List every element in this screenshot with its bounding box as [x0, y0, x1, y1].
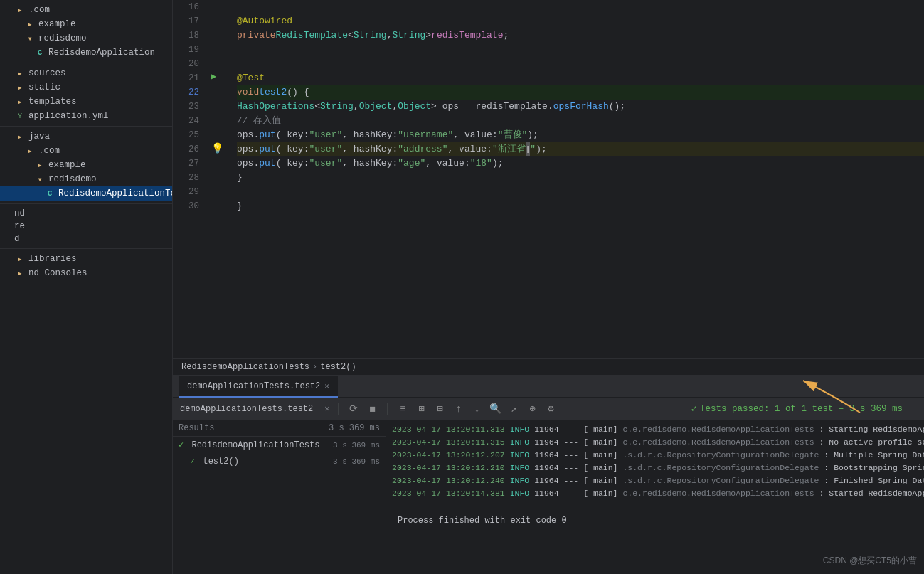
folder-icon: ▸ — [14, 68, 26, 79]
code-line-17: @Autowired — [237, 14, 924, 28]
code-line-26: ops. put ( key: "user" , hashKey: "addre… — [237, 142, 924, 156]
divider3 — [0, 203, 172, 204]
sidebar-item-com[interactable]: ▸ .com — [0, 3, 172, 17]
divider4 — [0, 248, 172, 249]
scroll-up-button[interactable]: ↑ — [452, 403, 464, 415]
test-results-header: Results 3 s 369 ms — [173, 420, 386, 437]
divider2 — [0, 126, 172, 127]
process-finished: Process finished with exit code 0 — [392, 500, 918, 530]
log-line-3: 2023-04-17 13:20:12.207 INFO 11964 --- [… — [392, 449, 918, 462]
sidebar-item-redisdemo-app[interactable]: C RedisdemoApplication — [0, 46, 172, 60]
code-line-30: } — [237, 199, 924, 213]
sort-button[interactable]: ≡ — [396, 403, 409, 415]
bottom-tab-label[interactable]: demoApplicationTests.test2 — [180, 404, 313, 414]
sidebar: ▸ .com ▸ example ▾ redisdemo C Redisdemo… — [0, 0, 173, 574]
watermark: CSDN @想买CT5的小曹 — [823, 555, 917, 567]
sidebar-item-redisdemo-app-tests[interactable]: C RedisdemoApplicationTests — [0, 186, 172, 201]
sidebar-item-nd[interactable]: nd — [0, 207, 172, 220]
log-line-6: 2023-04-17 13:20:14.381 INFO 11964 --- [… — [392, 487, 918, 500]
editor-content: 16 17 18 19 20 21 22 23 24 25 26 27 28 2… — [173, 0, 924, 375]
folder-icon: ▸ — [14, 96, 26, 107]
folder-icon: ▸ — [14, 253, 26, 265]
test-results-panel: Results 3 s 369 ms ✓ RedisdemoApplicatio… — [173, 420, 386, 574]
collapse-button[interactable]: ⊟ — [433, 403, 446, 415]
java-file-icon: C — [34, 47, 46, 58]
folder-open-icon: ▾ — [34, 174, 46, 185]
sidebar-item-re[interactable]: re — [0, 220, 172, 233]
yaml-file-icon: Y — [14, 110, 26, 122]
code-line-22: void test2 () { — [237, 85, 924, 100]
log-line-2: 2023-04-17 13:20:11.315 INFO 11964 --- [… — [392, 436, 918, 449]
sidebar-item-application-yml[interactable]: Y application.yml — [0, 109, 172, 123]
folder-icon: ▸ — [34, 159, 46, 171]
bottom-tab-test2[interactable]: demoApplicationTests.test2 ✕ — [179, 376, 338, 398]
test-result-redisdemo[interactable]: ✓ RedisdemoApplicationTests 3 s 369 ms — [173, 437, 386, 453]
toolbar-divider2 — [387, 403, 388, 415]
folder-icon: ▸ — [14, 267, 26, 279]
sidebar-item-example[interactable]: ▸ example — [0, 17, 172, 31]
folder-open-icon: ▾ — [24, 33, 36, 44]
sidebar-item-consoles[interactable]: ▸ nd Consoles — [0, 266, 172, 280]
code-area: 16 17 18 19 20 21 22 23 24 25 26 27 28 2… — [173, 0, 924, 358]
code-line-25: ops. put ( key: "user" , hashKey: "usern… — [237, 128, 924, 142]
log-line-5: 2023-04-17 13:20:12.240 INFO 11964 --- [… — [392, 474, 918, 487]
code-line-20 — [237, 57, 924, 71]
export2-button[interactable]: ⊕ — [526, 403, 538, 415]
bottom-tab-bar: demoApplicationTests.test2 ✕ — [173, 376, 924, 398]
code-line-27: ops. put ( key: "user" , hashKey: "age" … — [237, 156, 924, 171]
folder-icon: ▸ — [24, 18, 36, 30]
gutter: ▶ 💡 — [208, 0, 225, 358]
folder-icon: ▸ — [24, 145, 36, 156]
main-area: ▸ .com ▸ example ▾ redisdemo C Redisdemo… — [0, 0, 924, 574]
code-line-23: HashOperations < String , Object , Objec… — [237, 100, 924, 114]
sidebar-item-example2[interactable]: ▸ example — [0, 158, 172, 172]
code-line-24: // 存入值 — [237, 114, 924, 128]
editor-area: 16 17 18 19 20 21 22 23 24 25 26 27 28 2… — [173, 0, 924, 574]
arrow-annotation — [817, 388, 874, 416]
search-button[interactable]: 🔍 — [489, 403, 501, 415]
folder-icon: ▸ — [14, 131, 26, 142]
code-line-29 — [237, 185, 924, 199]
sidebar-item-java[interactable]: ▸ java — [0, 129, 172, 144]
test-result-test2[interactable]: ✓ test2() 3 s 369 ms — [173, 453, 386, 469]
run-gutter-icon[interactable]: ▶ — [211, 71, 216, 82]
code-lines: @Autowired private RedisTemplate < Strin… — [225, 0, 924, 358]
log-panel: 2023-04-17 13:20:11.313 INFO 11964 --- [… — [386, 420, 924, 574]
code-line-21: @Test — [237, 71, 924, 85]
breadcrumb: RedisdemoApplicationTests › test2() — [173, 358, 924, 375]
sidebar-item-d[interactable]: d — [0, 233, 172, 245]
code-line-28: } — [237, 171, 924, 185]
rerun-button[interactable]: ⟳ — [347, 403, 360, 415]
folder-icon: ▸ — [14, 82, 26, 93]
bottom-panel: demoApplicationTests.test2 ✕ demoApplica… — [173, 375, 924, 574]
bottom-content: Results 3 s 369 ms ✓ RedisdemoApplicatio… — [173, 420, 924, 574]
code-line-19 — [237, 43, 924, 57]
log-line-1: 2023-04-17 13:20:11.313 INFO 11964 --- [… — [392, 423, 918, 436]
bottom-toolbar: demoApplicationTests.test2 ✕ ⟳ ◼ ≡ ⊞ ⊟ ↑… — [173, 398, 924, 420]
log-line-4: 2023-04-17 13:20:12.210 INFO 11964 --- [… — [392, 462, 918, 474]
scroll-down-button[interactable]: ↓ — [470, 403, 483, 415]
code-line-18: private RedisTemplate < String , String … — [237, 28, 924, 43]
test-file-icon: C — [44, 188, 55, 199]
sidebar-item-templates[interactable]: ▸ templates — [0, 95, 172, 109]
sidebar-item-libraries[interactable]: ▸ libraries — [0, 252, 172, 266]
code-line-16 — [237, 0, 924, 14]
divider — [0, 63, 172, 63]
close-tab-icon[interactable]: ✕ — [324, 381, 329, 390]
sidebar-item-com2[interactable]: ▸ .com — [0, 144, 172, 158]
sidebar-item-redisdemo[interactable]: ▾ redisdemo — [0, 31, 172, 46]
sidebar-item-sources[interactable]: ▸ sources — [0, 66, 172, 80]
export-button[interactable]: ↗ — [507, 403, 520, 415]
stop-button[interactable]: ◼ — [366, 403, 378, 415]
folder-icon: ▸ — [14, 4, 26, 16]
line-numbers: 16 17 18 19 20 21 22 23 24 25 26 27 28 2… — [173, 0, 208, 358]
sidebar-item-static[interactable]: ▸ static — [0, 80, 172, 95]
expand-button[interactable]: ⊞ — [415, 403, 428, 415]
sidebar-item-redisdemo2[interactable]: ▾ redisdemo — [0, 172, 172, 186]
toolbar-divider — [338, 403, 339, 415]
settings-button[interactable]: ⚙ — [544, 403, 557, 415]
lightbulb-gutter-icon[interactable]: 💡 — [211, 142, 223, 154]
